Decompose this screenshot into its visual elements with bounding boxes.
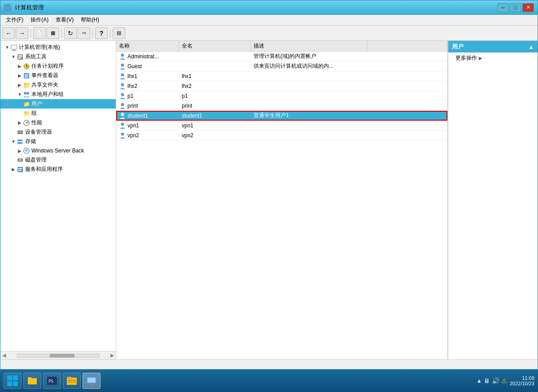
menu-action[interactable]: 操作(A) xyxy=(27,15,52,25)
svg-point-43 xyxy=(121,113,124,116)
show-detail-button[interactable]: ▦ xyxy=(47,27,59,39)
tree-expand-shared-folders[interactable]: ▶ xyxy=(17,82,23,88)
minimize-button[interactable]: ─ xyxy=(497,3,509,12)
title-bar-left: 计算机管理 xyxy=(4,4,44,12)
hide-arrow[interactable]: ▲ xyxy=(477,378,482,384)
svg-rect-34 xyxy=(17,167,23,172)
tree-item-groups[interactable]: 📁 组 xyxy=(0,109,116,118)
menu-help[interactable]: 帮助(H) xyxy=(77,15,103,25)
tree-expand-system-tools[interactable]: ▼ xyxy=(10,54,17,60)
col-header-fullname[interactable]: 全名 xyxy=(179,41,251,51)
action-more-ops[interactable]: 更多操作 ▶ xyxy=(448,52,538,64)
tree-item-task-scheduler[interactable]: ▶ 任务计划程序 xyxy=(0,61,116,71)
taskbar-file-manager[interactable] xyxy=(63,373,81,389)
event-icon xyxy=(23,72,30,79)
main-window: 计算机管理 ─ □ ✕ 文件(F) 操作(A) 查看(V) 帮助(H) ← → … xyxy=(0,0,538,370)
cell-rest-vpn1 xyxy=(367,125,447,126)
left-pane: ▼ 计算机管理(本地) ▼ 系统工具 xyxy=(0,41,116,359)
table-row[interactable]: lhx2 lhx2 xyxy=(116,81,447,91)
cell-rest-student1 xyxy=(367,115,447,117)
svg-point-39 xyxy=(121,73,124,76)
tree-item-shared-folders[interactable]: ▶ 📁 共享文件夹 xyxy=(0,80,116,90)
tree-item-performance[interactable]: ▶ 性能 xyxy=(0,118,116,127)
table-row[interactable]: print print xyxy=(116,101,447,111)
tree-container: ▼ 计算机管理(本地) ▼ 系统工具 xyxy=(0,41,116,351)
tree-label-local-users: 本地用户和组 xyxy=(31,91,64,98)
menu-view[interactable]: 查看(V) xyxy=(52,15,77,25)
tree-label-shared-folders: 共享文件夹 xyxy=(31,81,58,89)
svg-rect-10 xyxy=(18,57,22,57)
tree-item-users[interactable]: 📁 用户 xyxy=(0,99,116,109)
svg-rect-59 xyxy=(90,383,93,385)
tree-item-root[interactable]: ▼ 计算机管理(本地) xyxy=(0,43,116,52)
maximize-button[interactable]: □ xyxy=(510,3,521,12)
start-button[interactable] xyxy=(4,373,22,389)
cell-fullname-p1: p1 xyxy=(179,92,251,100)
svg-rect-7 xyxy=(11,45,17,49)
table-row[interactable]: vpn2 vpn2 xyxy=(116,131,447,140)
table-row[interactable]: Guest 供来宾访问计算机或访问域的内... xyxy=(116,61,447,71)
clock-time: 11:09 xyxy=(510,375,534,381)
taskbar-powershell[interactable]: PS xyxy=(43,373,61,389)
cell-fullname-guest xyxy=(179,65,251,67)
tree-expand-performance[interactable]: ▶ xyxy=(17,120,23,126)
cell-name-administrator: Administrat... xyxy=(116,52,179,61)
table-row[interactable]: p1 p1 xyxy=(116,91,447,101)
tree-expand-task-scheduler[interactable]: ▶ xyxy=(17,63,23,70)
col-header-desc[interactable]: 描述 xyxy=(251,41,367,51)
tree-expand-root[interactable]: ▼ xyxy=(4,44,10,51)
svg-rect-5 xyxy=(13,50,15,50)
menu-file[interactable]: 文件(F) xyxy=(2,15,27,25)
tree-item-windows-backup[interactable]: ▶ Windows Server Back xyxy=(0,146,116,155)
export-button[interactable]: ⇨ xyxy=(78,27,90,39)
tree-item-disk-mgmt[interactable]: 磁盘管理 xyxy=(0,155,116,165)
col-header-name[interactable]: 名称 xyxy=(116,41,179,51)
back-button[interactable]: ← xyxy=(2,27,15,39)
cell-rest-print xyxy=(367,105,447,107)
device-manager-icon xyxy=(17,129,24,136)
tree-item-storage[interactable]: ▼ 存储 xyxy=(0,137,116,146)
horizontal-scrollbar[interactable] xyxy=(17,353,100,358)
help-button[interactable]: ? xyxy=(95,27,108,39)
show-tree-button[interactable]: 📄 xyxy=(33,27,46,39)
cell-fullname-vpn1: vpn1 xyxy=(179,122,251,130)
svg-rect-3 xyxy=(8,8,11,11)
tree-expand-services-apps[interactable]: ▶ xyxy=(10,166,17,173)
svg-point-29 xyxy=(22,143,22,144)
table-row[interactable]: lhx1 lhx1 xyxy=(116,71,447,81)
tree-item-device-manager[interactable]: 设备管理器 xyxy=(0,127,116,137)
toolbar-separator-2 xyxy=(61,29,62,38)
properties-button[interactable]: ▤ xyxy=(113,27,125,39)
cell-fullname-administrator xyxy=(179,56,251,57)
svg-rect-36 xyxy=(18,170,21,171)
tree-expand-event-viewer[interactable]: ▶ xyxy=(17,73,23,79)
svg-rect-61 xyxy=(87,378,96,383)
close-button[interactable]: ✕ xyxy=(522,3,534,12)
tree-label-users: 用户 xyxy=(31,100,42,108)
tree-item-system-tools[interactable]: ▼ 系统工具 xyxy=(0,52,116,61)
toolbar-separator-4 xyxy=(110,29,110,38)
performance-icon xyxy=(23,119,30,126)
tree-expand-storage[interactable]: ▼ xyxy=(10,139,17,145)
user-icon-student1 xyxy=(119,112,126,119)
tree-label-root: 计算机管理(本地) xyxy=(19,44,60,51)
table-row[interactable]: Administrat... 管理计算机(域)的内置帐户 xyxy=(116,52,447,61)
svg-rect-16 xyxy=(25,74,28,75)
forward-button[interactable]: → xyxy=(16,27,28,39)
cell-rest-guest xyxy=(367,65,447,67)
tree-item-services-apps[interactable]: ▶ 服务和应用程序 xyxy=(0,165,116,174)
taskbar-network[interactable] xyxy=(83,373,101,389)
table-row-student1[interactable]: student1 student1 普通学生用户1 xyxy=(116,111,447,121)
tree-expand-local-users[interactable]: ▼ xyxy=(17,91,23,98)
actions-expand-icon[interactable]: ▲ xyxy=(528,44,534,50)
svg-rect-57 xyxy=(68,382,76,383)
refresh-button[interactable]: ↻ xyxy=(64,27,77,39)
table-row[interactable]: vpn1 vpn1 xyxy=(116,121,447,131)
svg-point-41 xyxy=(121,93,124,96)
tree-label-groups: 组 xyxy=(31,109,37,117)
taskbar-explorer[interactable] xyxy=(23,373,41,389)
tree-item-local-users[interactable]: ▼ 本地用户和组 xyxy=(0,90,116,99)
tree-expand-windows-backup[interactable]: ▶ xyxy=(17,148,23,154)
tree-item-event-viewer[interactable]: ▶ 事件查看器 xyxy=(0,71,116,80)
svg-rect-6 xyxy=(12,50,16,51)
